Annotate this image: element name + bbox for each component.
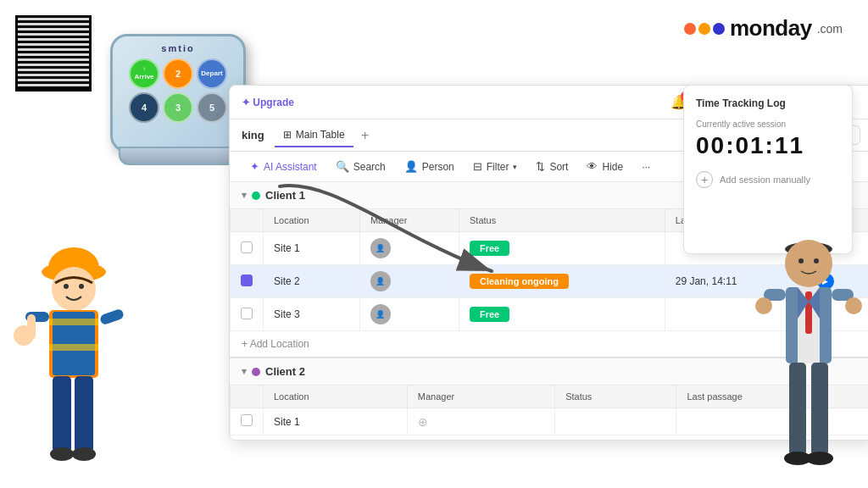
col2-status: Status xyxy=(555,385,676,408)
search-label: Search xyxy=(353,161,386,173)
qr-code xyxy=(15,15,92,92)
more-button[interactable]: ··· xyxy=(633,157,659,177)
svg-point-5 xyxy=(79,284,84,289)
arrive-button[interactable]: ↑Arrive xyxy=(129,58,159,89)
logo-text: monday xyxy=(730,15,812,42)
filter-label: Filter xyxy=(487,161,509,173)
group2-chevron: ▾ xyxy=(242,366,247,377)
svg-point-29 xyxy=(755,297,772,314)
row2-checkbox[interactable] xyxy=(241,274,253,286)
svg-point-4 xyxy=(64,284,69,289)
row3-status: Free xyxy=(459,298,665,331)
person-icon: 👤 xyxy=(404,160,418,173)
add-session-button[interactable]: + Add session manually xyxy=(696,171,840,188)
filter-icon: ⊟ xyxy=(473,160,482,173)
dot-purple xyxy=(713,23,725,35)
svg-rect-32 xyxy=(811,363,828,456)
svg-point-19 xyxy=(785,240,832,287)
svg-rect-11 xyxy=(99,308,125,326)
row1-checkbox[interactable] xyxy=(241,241,253,253)
hide-label: Hide xyxy=(602,161,623,173)
svg-point-30 xyxy=(845,297,862,314)
tab-main-table-label: Main Table xyxy=(296,129,345,141)
person-button[interactable]: 👤 Person xyxy=(396,156,463,177)
search-button[interactable]: 🔍 Search xyxy=(327,156,394,177)
svg-rect-31 xyxy=(789,363,806,456)
svg-rect-13 xyxy=(27,314,36,340)
row2-manager: 👤 xyxy=(359,265,459,298)
row3-location: Site 3 xyxy=(264,298,360,331)
row3-checkbox[interactable] xyxy=(241,308,253,319)
col2-manager: Manager xyxy=(407,385,554,408)
add-session-label: Add session manually xyxy=(720,175,810,185)
session-label: Currently active session xyxy=(696,119,840,129)
row-c2-1-manager: ⊕ xyxy=(407,408,554,435)
svg-rect-8 xyxy=(49,319,98,325)
search-icon: 🔍 xyxy=(336,160,349,173)
manager-avatar-2: 👤 xyxy=(370,271,391,291)
row2-location: Site 2 xyxy=(264,265,360,298)
col-manager: Manager xyxy=(359,209,459,232)
col-status: Status xyxy=(459,209,665,232)
sort-icon: ⇅ xyxy=(536,160,545,173)
row3-manager: 👤 xyxy=(359,298,459,331)
manager-avatar-3: 👤 xyxy=(370,304,391,324)
filter-button[interactable]: ⊟ Filter ▾ xyxy=(465,156,526,177)
add-tab-button[interactable]: + xyxy=(357,127,374,144)
col-checkbox xyxy=(231,209,264,232)
page-title-prefix: king xyxy=(242,129,264,141)
row-c2-1-checkbox[interactable] xyxy=(241,414,253,426)
btn-2[interactable]: 2 xyxy=(163,58,193,89)
status-badge-free: Free xyxy=(470,241,509,256)
row1-status: Free xyxy=(459,232,665,265)
svg-point-3 xyxy=(52,267,96,311)
worker-character xyxy=(8,217,140,488)
group2-name: Client 2 xyxy=(265,365,305,378)
row2-status: Cleaning ongoing xyxy=(459,265,665,298)
dot-orange xyxy=(684,23,696,35)
group2-dot xyxy=(252,368,260,376)
svg-point-21 xyxy=(814,258,819,263)
logo-com: .com xyxy=(817,22,843,36)
svg-point-17 xyxy=(72,447,96,461)
row1-manager: 👤 xyxy=(359,232,459,265)
row-c2-1-status xyxy=(555,408,676,435)
tab-main-table[interactable]: ⊞ Main Table xyxy=(275,124,353,147)
add-manager-icon[interactable]: ⊕ xyxy=(418,415,428,429)
group1-name: Client 1 xyxy=(265,189,305,202)
table-icon: ⊞ xyxy=(283,129,292,141)
col-location: Location xyxy=(264,209,360,232)
btn-4[interactable]: 4 xyxy=(129,92,159,123)
hide-icon: 👁 xyxy=(587,160,598,173)
btn-3[interactable]: 3 xyxy=(163,92,193,123)
col2-checkbox xyxy=(231,385,264,408)
col2-location: Location xyxy=(264,385,408,408)
group1-dot xyxy=(252,191,260,200)
svg-point-16 xyxy=(50,447,74,461)
svg-rect-15 xyxy=(75,376,93,452)
time-counter: 00:01:11 xyxy=(696,132,840,159)
logo-dots xyxy=(684,23,725,35)
filter-chevron: ▾ xyxy=(513,163,517,171)
status-badge-free-3: Free xyxy=(470,307,509,322)
row1-location: Site 1 xyxy=(264,232,360,265)
upgrade-button[interactable]: ✦ Upgrade xyxy=(242,97,294,108)
add-session-icon: + xyxy=(696,171,713,188)
svg-rect-14 xyxy=(53,376,71,452)
hide-button[interactable]: 👁 Hide xyxy=(578,156,632,177)
sort-label: Sort xyxy=(549,161,568,173)
depart-button[interactable]: Depart xyxy=(197,58,227,89)
svg-point-20 xyxy=(798,258,804,263)
btn-5[interactable]: 5 xyxy=(197,92,227,123)
monday-logo: monday .com xyxy=(684,15,843,42)
ai-assistant-button[interactable]: ✦ AI Assistant xyxy=(242,156,326,177)
svg-point-34 xyxy=(806,452,833,465)
ai-icon: ✦ xyxy=(250,160,259,173)
dot-yellow xyxy=(698,23,710,35)
businessman-character xyxy=(754,200,864,488)
sort-button[interactable]: ⇅ Sort xyxy=(527,156,576,177)
device-brand: smtio xyxy=(161,43,194,53)
smitto-device: smtio ↑Arrive 2 Depart 4 3 5 xyxy=(110,34,246,152)
more-label: ··· xyxy=(642,161,650,173)
status-badge-cleaning: Cleaning ongoing xyxy=(470,274,569,289)
